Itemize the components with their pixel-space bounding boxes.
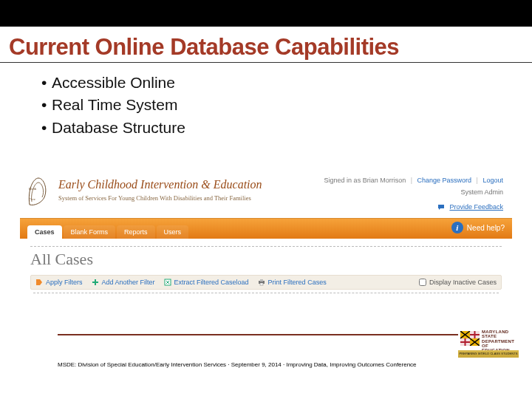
add-another-filter-button[interactable]: Add Another Filter [92,279,155,286]
system-admin-label: System Admin [460,188,503,196]
svg-text:Birth: Birth [29,187,37,191]
svg-text:Five: Five [29,197,36,201]
tab-cases[interactable]: Cases [27,225,62,239]
extract-caseload-button[interactable]: Extract Filtered Caseload [164,279,249,286]
logo-line-1: MARYLAND STATE [482,330,519,339]
speech-bubble-icon [437,204,445,211]
spreadsheet-icon [164,279,171,286]
feedback-text: Provide Feedback [449,203,503,211]
svg-rect-6 [260,279,263,282]
separator-icon: | [477,177,478,184]
print-label: Print Filtered Cases [268,279,327,286]
apply-filters-button[interactable]: Apply Filters [35,279,83,286]
app-brand-subtitle: System of Services For Young Children Wi… [58,194,251,202]
provide-feedback-link[interactable]: Provide Feedback [437,203,503,211]
display-inactive-label: Display Inactive Cases [429,279,497,286]
slide-title: Current Online Database Capabilities [0,27,532,62]
separator-icon: | [411,177,412,184]
content-bottom-divider [33,293,499,293]
app-header: Birth Five Early Childhood Intervention … [20,172,512,218]
user-links: Signed in as Brian Morrison | Change Pas… [324,177,503,184]
change-password-link[interactable]: Change Password [417,177,472,184]
brand-text-2: Education [214,178,262,191]
bullet-item: Real Time System [52,94,532,116]
tab-list: Cases Blank Forms Reports Users [27,225,188,239]
msde-logo-strip: PREPARING WORLD CLASS STUDENTS [458,350,519,358]
bullet-item: Accessible Online [52,72,532,94]
info-icon: i [451,222,463,233]
app-content: All Cases Apply Filters Add Another Filt… [20,239,512,295]
slide-footnote: MSDE: Division of Special Education/Earl… [58,361,417,368]
printer-icon [258,279,265,286]
signed-in-user: Brian Morrison [363,177,406,184]
slide-top-bar [0,0,532,27]
svg-rect-3 [92,282,98,283]
page-heading: All Cases [30,250,502,269]
msde-logo-text: MARYLAND STATE DEPARTMENT OF EDUCATION [482,330,519,352]
signed-in-label: Signed in as [324,177,363,184]
maryland-flag-icon [460,331,480,346]
display-inactive-toggle[interactable]: Display Inactive Cases [419,279,497,286]
help-label: Need help? [467,224,505,232]
logo-line-2: DEPARTMENT OF [482,339,519,349]
app-logo-icon: Birth Five [26,175,51,208]
display-inactive-checkbox[interactable] [419,279,426,286]
tab-reports[interactable]: Reports [117,225,155,239]
footer-rule [58,334,519,335]
tab-users[interactable]: Users [157,225,189,239]
bullet-item: Database Structure [52,117,532,139]
app-brand-title: Early Childhood Intervention & Education [58,178,262,191]
logout-link[interactable]: Logout [482,177,503,184]
need-help-button[interactable]: i Need help? [451,222,505,233]
msde-logo: MARYLAND STATE DEPARTMENT OF EDUCATION P… [458,330,519,358]
brand-ampersand: & [201,178,210,191]
apply-filters-label: Apply Filters [46,279,83,286]
content-top-divider [30,246,502,247]
filter-toolbar: Apply Filters Add Another Filter Extract… [30,275,502,290]
tab-blank-forms[interactable]: Blank Forms [64,225,116,239]
add-filter-label: Add Another Filter [102,279,155,286]
svg-rect-7 [260,283,263,285]
print-filtered-button[interactable]: Print Filtered Cases [258,279,327,286]
arrow-right-icon [35,279,43,286]
plus-icon [92,279,99,286]
extract-label: Extract Filtered Caseload [174,279,249,286]
app-screenshot: Birth Five Early Childhood Intervention … [19,171,513,327]
brand-text-1: Early Childhood Intervention [58,178,198,191]
tab-strip: Cases Blank Forms Reports Users i Need h… [20,218,512,239]
bullet-list: Accessible Online Real Time System Datab… [0,63,532,139]
